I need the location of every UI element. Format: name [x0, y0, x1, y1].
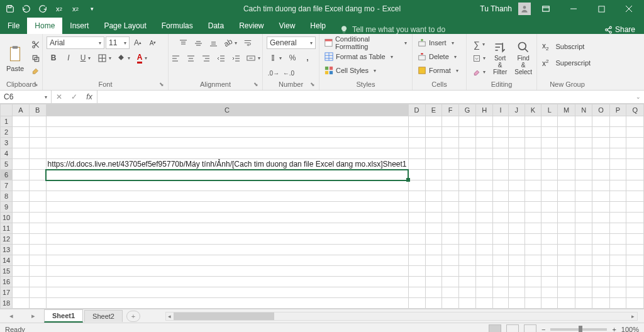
number-format-select[interactable]: General▾: [267, 36, 316, 49]
cell-Q8[interactable]: [626, 191, 644, 202]
cell-H16[interactable]: [476, 277, 493, 287]
cancel-formula-button[interactable]: ✕: [52, 92, 67, 101]
cell-N16[interactable]: [575, 277, 592, 287]
col-header-B[interactable]: B: [29, 104, 46, 116]
cell-D14[interactable]: [408, 255, 425, 266]
cell-A5[interactable]: [13, 159, 30, 170]
cell-M7[interactable]: [558, 180, 575, 191]
cell-G16[interactable]: [458, 277, 475, 287]
cell-I2[interactable]: [493, 127, 509, 138]
cell-D6[interactable]: [408, 170, 425, 180]
format-as-table-button[interactable]: Format as Table▾: [323, 50, 394, 63]
cell-Q4[interactable]: [626, 148, 644, 159]
cell-J18[interactable]: [508, 298, 525, 309]
page-layout-view-button[interactable]: [506, 324, 519, 333]
cell-N3[interactable]: [575, 138, 592, 148]
cell-N10[interactable]: [575, 213, 592, 223]
cell-O17[interactable]: [592, 287, 609, 298]
cell-C7[interactable]: [46, 180, 408, 191]
cell-H14[interactable]: [476, 255, 493, 266]
row-header-2[interactable]: 2: [1, 127, 13, 138]
cell-Q5[interactable]: [626, 159, 644, 170]
cell-I5[interactable]: [493, 159, 509, 170]
border-button[interactable]: ▾: [96, 52, 113, 64]
cell-N13[interactable]: [575, 245, 592, 255]
percent-format-button[interactable]: %: [286, 52, 299, 64]
cell-K5[interactable]: [525, 159, 541, 170]
cell-D1[interactable]: [408, 116, 425, 127]
qat-customize-icon[interactable]: ▾: [84, 1, 99, 16]
cell-I4[interactable]: [493, 148, 509, 159]
cell-E9[interactable]: [425, 202, 442, 213]
cell-F7[interactable]: [442, 180, 458, 191]
cell-Q6[interactable]: [626, 170, 644, 180]
cell-M4[interactable]: [558, 148, 575, 159]
row-header-6[interactable]: 6: [1, 170, 13, 180]
tab-help[interactable]: Help: [303, 18, 333, 34]
cell-O10[interactable]: [592, 213, 609, 223]
zoom-in-button[interactable]: +: [612, 326, 616, 333]
cell-A11[interactable]: [13, 223, 30, 234]
cell-L4[interactable]: [541, 148, 558, 159]
add-sheet-button[interactable]: +: [126, 311, 140, 322]
cell-O1[interactable]: [592, 116, 609, 127]
decrease-decimal-button[interactable]: ←.0: [282, 67, 296, 79]
cell-M10[interactable]: [558, 213, 575, 223]
cell-I8[interactable]: [493, 191, 509, 202]
horizontal-scrollbar[interactable]: ◂ ▸: [165, 312, 638, 321]
cell-F17[interactable]: [442, 287, 458, 298]
cell-B1[interactable]: [29, 116, 46, 127]
cell-L6[interactable]: [541, 170, 558, 180]
cell-O12[interactable]: [592, 234, 609, 245]
cell-Q14[interactable]: [626, 255, 644, 266]
cell-E16[interactable]: [425, 277, 442, 287]
cell-L17[interactable]: [541, 287, 558, 298]
cell-P1[interactable]: [609, 116, 626, 127]
cell-B11[interactable]: [29, 223, 46, 234]
cell-B8[interactable]: [29, 191, 46, 202]
row-header-14[interactable]: 14: [1, 255, 13, 266]
cell-A18[interactable]: [13, 298, 30, 309]
cell-O18[interactable]: [592, 298, 609, 309]
cell-A13[interactable]: [13, 245, 30, 255]
cell-B17[interactable]: [29, 287, 46, 298]
cell-F5[interactable]: [442, 159, 458, 170]
cell-F15[interactable]: [442, 266, 458, 277]
cell-J6[interactable]: [508, 170, 525, 180]
cell-N9[interactable]: [575, 202, 592, 213]
cell-N14[interactable]: [575, 255, 592, 266]
cell-Q18[interactable]: [626, 298, 644, 309]
autosum-button[interactable]: ∑▾: [470, 38, 488, 51]
cell-I16[interactable]: [493, 277, 509, 287]
cell-J11[interactable]: [508, 223, 525, 234]
normal-view-button[interactable]: [489, 324, 501, 333]
cell-F14[interactable]: [442, 255, 458, 266]
cell-H7[interactable]: [476, 180, 493, 191]
cell-C8[interactable]: [46, 191, 408, 202]
format-painter-button[interactable]: [29, 66, 43, 79]
cell-F13[interactable]: [442, 245, 458, 255]
row-header-1[interactable]: 1: [1, 116, 13, 127]
cell-M6[interactable]: [558, 170, 575, 180]
cell-O14[interactable]: [592, 255, 609, 266]
cell-H15[interactable]: [476, 266, 493, 277]
cell-K4[interactable]: [525, 148, 541, 159]
cell-B18[interactable]: [29, 298, 46, 309]
cell-P4[interactable]: [609, 148, 626, 159]
close-button[interactable]: [616, 0, 641, 18]
cell-C4[interactable]: [46, 148, 408, 159]
cell-O13[interactable]: [592, 245, 609, 255]
cell-E15[interactable]: [425, 266, 442, 277]
cell-G10[interactable]: [458, 213, 475, 223]
cell-F9[interactable]: [442, 202, 458, 213]
cell-K8[interactable]: [525, 191, 541, 202]
cell-H13[interactable]: [476, 245, 493, 255]
cell-P17[interactable]: [609, 287, 626, 298]
col-header-H[interactable]: H: [476, 104, 493, 116]
italic-button[interactable]: I: [62, 52, 75, 64]
paste-button[interactable]: Paste: [4, 43, 26, 74]
cell-G15[interactable]: [458, 266, 475, 277]
cell-P8[interactable]: [609, 191, 626, 202]
minimize-button[interactable]: [561, 0, 586, 18]
user-name[interactable]: Tu Thanh: [480, 4, 512, 13]
